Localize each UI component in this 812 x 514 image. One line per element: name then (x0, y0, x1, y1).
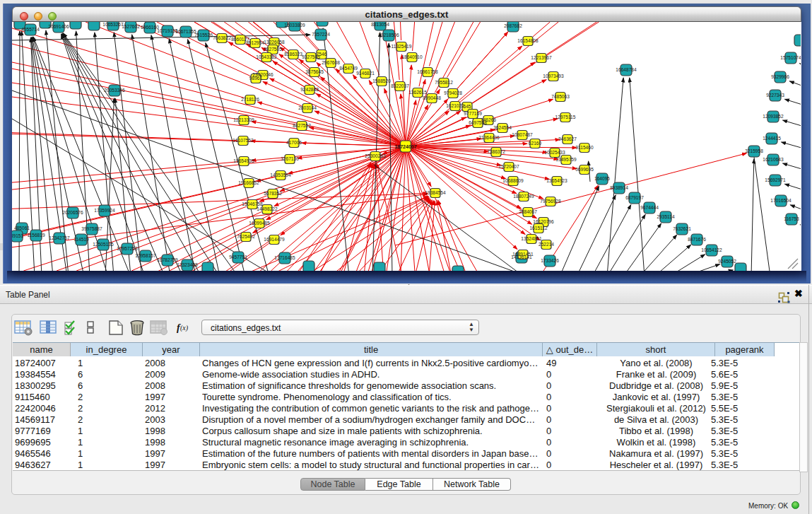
svg-text:7357224: 7357224 (312, 32, 330, 37)
svg-text:8990448: 8990448 (423, 95, 441, 100)
svg-text:20053346: 20053346 (104, 88, 125, 93)
svg-text:2087682: 2087682 (504, 23, 522, 28)
svg-text:19384554: 19384554 (425, 190, 446, 195)
svg-text:9674444: 9674444 (640, 205, 659, 210)
svg-text:252214: 252214 (539, 242, 554, 247)
svg-text:417006: 417006 (286, 140, 302, 145)
svg-text:6879197: 6879197 (625, 195, 644, 200)
svg-text:1621022: 1621022 (446, 103, 464, 108)
svg-text:10654122: 10654122 (701, 247, 722, 252)
svg-text:8471676: 8471676 (688, 237, 706, 242)
svg-text:16891451: 16891451 (512, 252, 534, 257)
svg-text:5678352: 5678352 (264, 191, 282, 196)
svg-text:39151: 39151 (12, 233, 23, 238)
svg-text:2884067: 2884067 (519, 209, 537, 214)
svg-text:12213967: 12213967 (531, 55, 552, 60)
svg-text:10973493: 10973493 (543, 74, 564, 78)
svg-text:2967608: 2967608 (322, 60, 340, 65)
svg-text:3875645: 3875645 (305, 69, 324, 74)
svg-text:10653267: 10653267 (102, 22, 124, 27)
svg-text:12505135: 12505135 (93, 242, 114, 247)
svg-text:1588520: 1588520 (372, 78, 391, 83)
svg-text:7546: 7546 (317, 52, 327, 57)
svg-text:7515526: 7515526 (194, 33, 213, 37)
svg-text:13716485: 13716485 (274, 255, 295, 260)
svg-text:14498222: 14498222 (257, 206, 278, 211)
svg-text:7632621: 7632621 (673, 226, 691, 231)
svg-text:18640910: 18640910 (401, 54, 423, 59)
svg-text:12093852: 12093852 (763, 114, 784, 119)
svg-text:7485063: 7485063 (551, 94, 570, 99)
svg-text:9827505: 9827505 (264, 47, 282, 52)
svg-text:6966160: 6966160 (141, 25, 159, 30)
svg-text:19166852: 19166852 (238, 180, 259, 185)
svg-text:116753: 116753 (784, 216, 799, 221)
svg-text:20691406: 20691406 (48, 24, 69, 29)
svg-text:164095: 164095 (594, 176, 610, 181)
svg-text:12975115: 12975115 (555, 115, 576, 119)
svg-text:18724007: 18724007 (394, 144, 416, 149)
svg-text:16107552: 16107552 (233, 138, 254, 143)
svg-text:9794028: 9794028 (444, 90, 462, 95)
svg-text:7386372: 7386372 (487, 149, 505, 154)
svg-text:17016504: 17016504 (770, 198, 792, 203)
svg-text:16120796: 16120796 (533, 219, 554, 224)
svg-text:16033809: 16033809 (284, 23, 305, 28)
svg-text:16961758: 16961758 (417, 69, 438, 74)
svg-text:8427552: 8427552 (293, 123, 311, 128)
svg-text:18807249: 18807249 (513, 194, 534, 199)
svg-text:9457791: 9457791 (229, 255, 247, 259)
svg-text:1527602: 1527602 (122, 24, 140, 29)
svg-text:25300283: 25300283 (365, 153, 386, 158)
svg-text:12213309: 12213309 (233, 117, 254, 122)
svg-text:17359924: 17359924 (94, 208, 115, 213)
svg-text:16154808: 16154808 (517, 38, 539, 43)
svg-text:746266: 746266 (481, 117, 496, 122)
svg-text:21364436: 21364436 (478, 135, 500, 140)
svg-text:7955812: 7955812 (435, 80, 453, 85)
svg-text:9463627: 9463627 (558, 136, 577, 141)
svg-text:39975887: 39975887 (81, 226, 102, 231)
svg-text:3267130: 3267130 (281, 156, 299, 161)
svg-text:8813054: 8813054 (371, 22, 389, 27)
svg-text:13654923: 13654923 (546, 178, 567, 183)
svg-text:9227343: 9227343 (766, 93, 784, 98)
svg-text:10807487: 10807487 (512, 132, 533, 137)
svg-text:8912954: 8912954 (246, 40, 264, 45)
svg-text:10958157: 10958157 (135, 253, 156, 258)
svg-text:1156819: 1156819 (27, 233, 45, 238)
svg-text:16099485: 16099485 (249, 221, 270, 226)
svg-text:16210643: 16210643 (763, 157, 784, 162)
svg-text:9146821: 9146821 (356, 71, 375, 76)
svg-text:7625402: 7625402 (237, 234, 255, 239)
svg-text:13495759: 13495759 (555, 157, 577, 162)
svg-text:645: 645 (463, 104, 471, 109)
svg-text:1362615: 1362615 (408, 90, 427, 95)
svg-text:9777169: 9777169 (464, 111, 482, 116)
svg-text:16782759: 16782759 (157, 257, 178, 262)
svg-text:11325419: 11325419 (392, 44, 412, 49)
svg-text:14353594: 14353594 (270, 173, 291, 177)
svg-text:79756928: 79756928 (540, 199, 561, 204)
svg-text:19218506: 19218506 (378, 33, 399, 37)
svg-text:2718126: 2718126 (241, 97, 259, 102)
svg-text:15720407: 15720407 (498, 164, 519, 169)
svg-text:13524851: 13524851 (521, 236, 542, 241)
svg-text:12342757: 12342757 (49, 235, 70, 240)
svg-text:8938914: 8938914 (610, 185, 628, 190)
svg-text:13226058: 13226058 (264, 40, 285, 45)
svg-text:7663822: 7663822 (213, 35, 231, 40)
svg-text:1615112: 1615112 (529, 226, 548, 230)
svg-text:15046758: 15046758 (242, 201, 263, 206)
svg-text:9242848: 9242848 (300, 87, 319, 92)
svg-text:10543382: 10543382 (256, 54, 277, 59)
svg-text:16914479: 16914479 (264, 237, 285, 242)
svg-text:9329966: 9329966 (771, 74, 789, 79)
svg-text:16648784: 16648784 (616, 67, 637, 72)
svg-text:10688609: 10688609 (502, 178, 524, 183)
svg-text:4055714: 4055714 (21, 27, 40, 32)
svg-text:19654935: 19654935 (233, 158, 254, 163)
svg-text:8322037: 8322037 (391, 83, 409, 88)
svg-text:98961: 98961 (249, 76, 263, 81)
svg-text:62160: 62160 (529, 141, 542, 146)
